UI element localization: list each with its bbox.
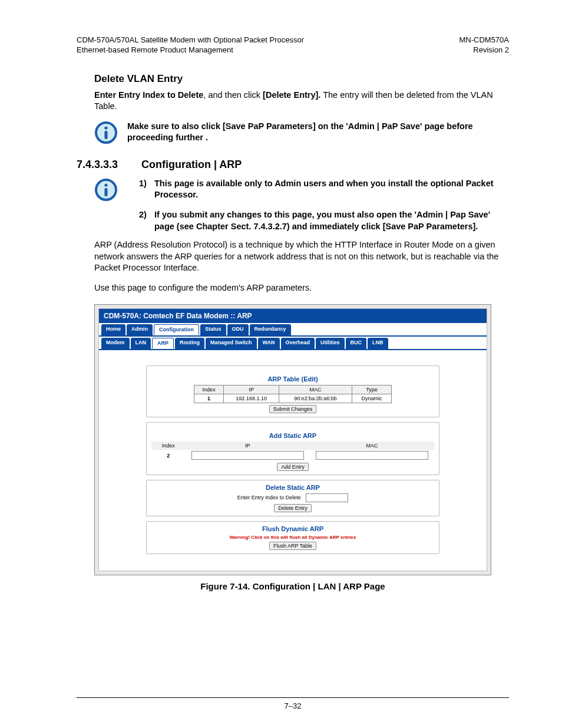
page-header: CDM-570A/570AL Satellite Modem with Opti… <box>77 35 509 55</box>
text-mid: , and then click <box>203 90 263 100</box>
cell-ip: 192.168.1.10 <box>224 394 279 403</box>
screenshot-arp-page: CDM-570A: Comtech EF Data Modem :: ARP H… <box>94 304 491 575</box>
col-type: Type <box>352 386 391 394</box>
delete-vlan-paragraph: Enter Entry Index to Delete, and then cl… <box>94 90 509 113</box>
alert-text-1: Make sure to also click [Save PaP Parame… <box>127 121 509 144</box>
add-static-arp-box: Add Static ARP Index IP MAC 2 <box>146 422 439 475</box>
heading-config-arp: 7.4.3.3.3 Configuration | ARP <box>77 159 509 171</box>
svg-rect-5 <box>104 188 107 196</box>
page-number: 7–32 <box>77 697 509 710</box>
svg-point-4 <box>104 183 107 186</box>
tabs-primary: Home Admin Configuration Status ODU Redu… <box>99 323 487 337</box>
delete-static-arp-title: Delete Static ARP <box>151 484 434 491</box>
add-index-value: 2 <box>151 450 186 461</box>
flush-dynamic-arp-box: Flush Dynamic ARP Warning! Click on this… <box>146 521 439 554</box>
tab-utilities[interactable]: Utilities <box>316 338 345 349</box>
tab-redundancy[interactable]: Redundancy <box>250 324 291 335</box>
tab-overhead[interactable]: Overhead <box>281 338 315 349</box>
add-col-ip: IP <box>186 442 310 450</box>
delete-index-input[interactable] <box>306 493 348 502</box>
figure-caption: Figure 7-14. Configuration | LAN | ARP P… <box>77 581 509 591</box>
cell-mac: 90:e2:ba:2b:a6:bb <box>279 394 352 403</box>
add-mac-input[interactable] <box>316 451 428 460</box>
note-2-text: If you submit any changes to this page, … <box>154 209 509 232</box>
note-1-text: This page is available only to Admin use… <box>154 178 509 201</box>
alert-config-arp-notes: 1) This page is available only to Admin … <box>94 178 509 232</box>
text-delete-entry-bold: [Delete Entry]. <box>263 90 320 100</box>
arp-table-edit-box: ARP Table (Edit) Index IP MAC Type 1 192… <box>146 365 439 417</box>
svg-rect-2 <box>104 131 107 139</box>
screenshot-title: CDM-570A: Comtech EF Data Modem :: ARP <box>99 309 487 323</box>
heading-title: Configuration | ARP <box>141 159 242 171</box>
tab-routing[interactable]: Routing <box>175 338 204 349</box>
tab-modem[interactable]: Modem <box>101 338 130 349</box>
cell-index: 1 <box>194 394 224 403</box>
flush-dynamic-arp-title: Flush Dynamic ARP <box>151 525 434 532</box>
tab-lnb[interactable]: LNB <box>368 338 388 349</box>
header-left-2: Ethernet-based Remote Product Management <box>77 45 304 55</box>
tab-arp[interactable]: ARP <box>152 338 174 349</box>
delete-entry-button[interactable]: Delete Entry <box>274 504 312 512</box>
tab-admin[interactable]: Admin <box>127 324 153 335</box>
delete-label: Enter Entry Index to Delete <box>237 495 301 500</box>
col-mac: MAC <box>279 386 352 394</box>
tab-wan[interactable]: WAN <box>258 338 280 349</box>
alert-save-pap-1: Make sure to also click [Save PaP Parame… <box>94 121 509 147</box>
tab-buc[interactable]: BUC <box>346 338 367 349</box>
arp-description-paragraph: ARP (Address Resolution Protocol) is a t… <box>94 239 509 274</box>
header-right-1: MN-CDM570A <box>459 35 509 45</box>
flush-warning: Warning! Click on this will flush all Dy… <box>151 535 434 540</box>
col-index: Index <box>194 386 224 394</box>
add-static-arp-title: Add Static ARP <box>151 432 434 439</box>
add-ip-input[interactable] <box>191 451 304 460</box>
header-left-1: CDM-570A/570AL Satellite Modem with Opti… <box>77 35 304 45</box>
tab-status[interactable]: Status <box>200 324 226 335</box>
submit-changes-button[interactable]: Submit Changes <box>269 405 317 413</box>
heading-delete-vlan-entry: Delete VLAN Entry <box>94 73 509 85</box>
arp-use-paragraph: Use this page to configure the modem's A… <box>94 282 509 294</box>
tab-lan[interactable]: LAN <box>131 338 151 349</box>
add-col-mac: MAC <box>310 442 434 450</box>
col-ip: IP <box>224 386 279 394</box>
alert-icon <box>94 121 118 147</box>
note-1-prefix: 1) <box>139 178 154 201</box>
note-2-prefix: 2) <box>139 209 154 232</box>
tabs-secondary: Modem LAN ARP Routing Managed Switch WAN… <box>99 337 487 350</box>
tab-configuration[interactable]: Configuration <box>154 324 199 335</box>
add-entry-button[interactable]: Add Entry <box>277 463 309 471</box>
delete-static-arp-box: Delete Static ARP Enter Entry Index to D… <box>146 480 439 516</box>
add-col-index: Index <box>151 442 186 450</box>
svg-point-1 <box>104 126 107 129</box>
text-enter-index-bold: Enter Entry Index to Delete <box>94 90 203 100</box>
tab-managed-switch[interactable]: Managed Switch <box>206 338 257 349</box>
alert-icon <box>94 178 118 204</box>
arp-table-edit-title: ARP Table (Edit) <box>151 375 434 383</box>
table-row: 1 192.168.1.10 90:e2:ba:2b:a6:bb Dynamic <box>194 394 392 403</box>
cell-type: Dynamic <box>352 394 391 403</box>
tab-home[interactable]: Home <box>101 324 125 335</box>
header-right-2: Revision 2 <box>459 45 509 55</box>
flush-arp-table-button[interactable]: Flush ARP Table <box>269 542 316 550</box>
tab-odu[interactable]: ODU <box>227 324 249 335</box>
heading-number: 7.4.3.3.3 <box>77 159 141 171</box>
